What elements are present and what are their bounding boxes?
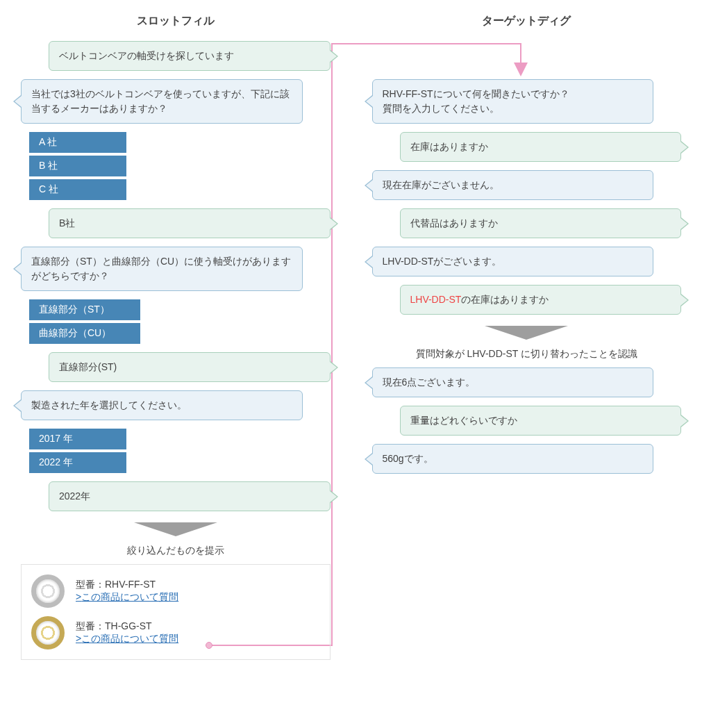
bot-a-weight: 560gです。 [372, 444, 654, 474]
product-link-1[interactable]: この商品について質問 [76, 591, 178, 604]
user-q-stock: 在庫はありますか [400, 132, 682, 162]
svg-marker-0 [134, 522, 217, 536]
bearing-icon-gold [31, 616, 65, 650]
target-dig-title: ターゲットディグ [372, 14, 682, 28]
narrowed-caption: 絞り込んだものを提示 [21, 545, 331, 557]
bot-a-alt: LHV-DD-STがございます。 [372, 247, 654, 276]
product-result-card: 型番：RHV-FF-ST この商品について質問 型番：TH-GG-ST この商品… [21, 564, 331, 660]
bot-msg-3: 製造された年を選択してください。 [21, 390, 303, 420]
year-options: 2017 年 2022 年 [29, 429, 331, 473]
svg-marker-1 [485, 326, 568, 340]
bot-msg-2: 直線部分（ST）と曲線部分（CU）に使う軸受けがありますがどちらですか？ [21, 247, 303, 291]
option-part-st[interactable]: 直線部分（ST） [29, 299, 140, 320]
bearing-icon [31, 574, 65, 608]
context-switch-caption: 質問対象が LHV-DD-ST に切り替わったことを認識 [372, 348, 682, 361]
product-model-1: 型番：RHV-FF-ST [76, 579, 178, 591]
company-options: A 社 B 社 C 社 [29, 132, 331, 200]
arrow-down-icon-right [485, 326, 568, 342]
product-link-2[interactable]: この商品について質問 [76, 633, 178, 645]
target-dig-column: ターゲットディグ RHV-FF-STについて何を聞きたいですか？ 質問を入力して… [372, 14, 682, 660]
option-company-c[interactable]: C 社 [29, 179, 126, 200]
option-year-2022[interactable]: 2022 年 [29, 452, 126, 473]
user-answer-part: 直線部分(ST) [49, 352, 331, 382]
bot-msg-1: 当社では3社のベルトコンベアを使っていますが、下記に該当するメーカーはありますか… [21, 79, 303, 124]
bot-a-stock-lhv: 現在6点ございます。 [372, 367, 654, 397]
user-answer-year: 2022年 [49, 481, 331, 511]
part-options: 直線部分（ST） 曲線部分（CU） [29, 299, 331, 344]
product-model-2: 型番：TH-GG-ST [76, 620, 178, 633]
option-year-2017[interactable]: 2017 年 [29, 429, 126, 449]
option-company-a[interactable]: A 社 [29, 132, 126, 153]
highlighted-product-code: LHV-DD-ST [410, 294, 462, 305]
arrow-down-icon-left [134, 522, 217, 539]
option-company-b[interactable]: B 社 [29, 156, 126, 176]
option-part-cu[interactable]: 曲線部分（CU） [29, 323, 140, 344]
product-row-2: 型番：TH-GG-ST この商品について質問 [31, 616, 320, 650]
user-q-stock-lhv: LHV-DD-STの在庫はありますか [400, 285, 682, 315]
user-q-alt: 代替品はありますか [400, 208, 682, 238]
user-q-weight: 重量はどれぐらいですか [400, 406, 682, 436]
bot-a-stock: 現在在庫がございません。 [372, 170, 654, 200]
slot-fill-column: スロットフィル ベルトコンベアの軸受けを探しています 当社では3社のベルトコンベ… [21, 14, 331, 660]
bot-prompt: RHV-FF-STについて何を聞きたいですか？ 質問を入力してください。 [372, 79, 654, 124]
product-row-1: 型番：RHV-FF-ST この商品について質問 [31, 574, 320, 608]
user-answer-company: B社 [49, 208, 331, 238]
user-msg-1: ベルトコンベアの軸受けを探しています [49, 41, 331, 71]
slot-fill-title: スロットフィル [21, 14, 331, 28]
